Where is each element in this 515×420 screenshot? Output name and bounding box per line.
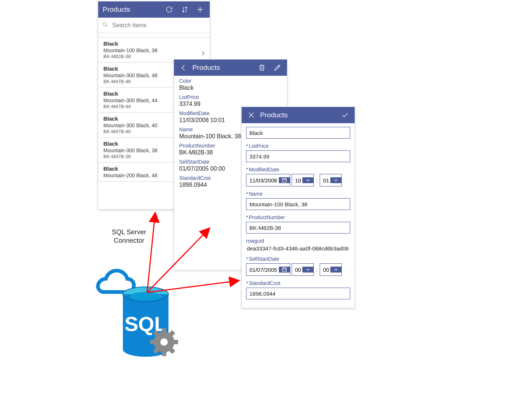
time-colon: : [315,267,318,273]
detail-label-color: Color [179,78,282,84]
list-item-sku: BK-M82B-38 [103,54,205,59]
svg-rect-2 [283,268,287,271]
time-colon: : [315,177,318,184]
search-icon [102,21,111,29]
calendar-icon[interactable] [279,177,290,183]
connector-annotation: SQL Server Connector [112,228,146,245]
name-input[interactable] [246,198,350,210]
back-icon[interactable] [178,63,189,73]
detail-value-color: Black [179,85,282,91]
label-listprice: *ListPrice [246,143,350,149]
label-name: *Name [246,191,350,197]
list-divider [98,33,210,38]
chevron-down-icon[interactable] [302,177,313,183]
modifieddate-hour-field[interactable]: 10 [292,174,314,186]
delete-icon[interactable] [257,63,267,73]
svg-point-17 [160,338,168,346]
chevron-down-icon[interactable] [330,267,341,273]
sort-icon[interactable] [180,4,190,15]
refresh-icon[interactable] [164,4,174,15]
chevron-down-icon[interactable] [302,267,313,273]
search-input[interactable] [111,22,206,29]
detail-titlebar: Products [174,60,287,76]
search-row [98,18,210,33]
list-title: Products [103,6,164,14]
edit-icon[interactable] [272,63,283,73]
sellstartdate-hour-field[interactable]: 00 [292,263,314,276]
list-item-color: Black [103,40,205,47]
edit-title: Products [260,111,340,119]
listprice-input[interactable] [246,150,350,162]
rowguid-value: dea33347-fcd3-4346-aa0f-068cd6b3ad06 [246,245,350,252]
sql-text: SQL [124,312,167,335]
sql-server-graphic: SQL [87,257,182,362]
svg-rect-9 [162,328,166,333]
sellstartdate-minute-field[interactable]: 00 [320,263,342,276]
submit-check-icon[interactable] [340,110,350,120]
svg-point-0 [103,22,106,26]
label-sellstartdate: *SellStartDate [246,256,350,262]
productnumber-input[interactable] [246,222,350,234]
sellstartdate-date-field[interactable]: 01/07/2005 [246,263,290,276]
products-edit-panel: Products *ListPrice *ModifiedDate 11/03/… [241,107,355,308]
add-icon[interactable] [195,4,205,15]
calendar-icon[interactable] [279,267,290,273]
svg-rect-1 [283,178,287,182]
detail-title: Products [192,64,257,72]
modifieddate-minute-field[interactable]: 01 [320,174,342,186]
detail-label-listprice: ListPrice [179,94,282,100]
label-rowguid: rowguid [246,238,350,244]
modifieddate-date-field[interactable]: 11/03/2008 [246,174,290,186]
list-item[interactable]: BlackMountain-100 Black, 38BK-M82B-38 [98,38,210,63]
label-standardcost: *StandardCost [246,280,350,286]
standardcost-input[interactable] [246,288,350,299]
color-input[interactable] [246,127,350,139]
svg-point-7 [129,292,162,301]
svg-rect-11 [150,340,155,344]
chevron-down-icon[interactable] [330,177,341,183]
list-titlebar: Products [98,1,210,18]
close-icon[interactable] [246,110,256,120]
label-productnumber: *ProductNumber [246,214,350,220]
label-modifieddate: *ModifiedDate [246,167,350,172]
svg-rect-12 [173,340,178,344]
edit-titlebar: Products [242,107,355,123]
list-item-name: Mountain-100 Black, 38 [103,47,205,53]
chevron-right-icon [200,49,206,59]
svg-rect-10 [162,351,166,356]
